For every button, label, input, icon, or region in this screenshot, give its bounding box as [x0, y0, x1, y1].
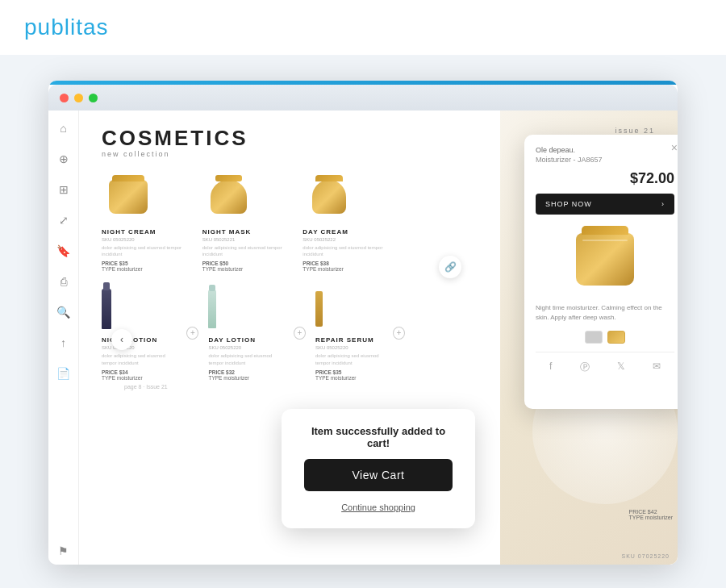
product-card-night-cream: NIGHT CREAM SKU 05025220 dolor adipisici…: [102, 171, 191, 273]
plus-btn-1[interactable]: +: [186, 327, 198, 340]
day-lotion-image-wrap: [208, 285, 216, 333]
sidebar-icon-resize[interactable]: ⤢: [56, 212, 72, 228]
night-mask-sku: SKU 05025221: [202, 237, 236, 242]
product-card-day-cream: DAY CREAM SKU 05025222 dolor adipisicing…: [302, 171, 392, 273]
catalog-subtitle: new collection: [102, 150, 248, 158]
sidebar-icon-bookmark[interactable]: 🔖: [56, 243, 72, 259]
social-pinterest-icon[interactable]: Ⓟ: [580, 361, 590, 374]
view-cart-button[interactable]: View Cart: [304, 459, 453, 491]
night-mask-desc: dolor adipisicing sed eiusmod tempor inc…: [202, 244, 292, 258]
panel-description: Night time moisturizer. Calming effect o…: [536, 303, 674, 323]
day-lotion-desc: dolor adipisicing sed eiusmod tempor inc…: [208, 352, 283, 366]
social-twitter-icon[interactable]: 𝕏: [617, 361, 625, 374]
panel-close-button[interactable]: ×: [671, 141, 678, 154]
repair-serum-type: TYPE moisturizer: [315, 375, 357, 381]
repair-serum-image-wrap: [315, 285, 323, 333]
jar-round-icon: [211, 180, 247, 214]
shop-now-arrow: ›: [661, 200, 665, 208]
right-image-sku: SKU 07025220: [622, 553, 670, 559]
sidebar-icon-document[interactable]: 📄: [56, 365, 72, 382]
night-lotion-image-wrap: [102, 285, 111, 333]
continue-shopping-link[interactable]: Continue shopping: [341, 503, 415, 512]
night-mask-name: NIGHT MASK: [202, 228, 252, 236]
night-cream-image: [102, 171, 154, 223]
product-detail-panel: × Ole depeau. Moisturizer - JA8657 $72.0…: [524, 135, 678, 409]
cart-notification-message: Item successfully added to cart!: [304, 425, 453, 449]
sidebar-icon-print[interactable]: ⎙: [56, 273, 72, 290]
shop-now-button[interactable]: SHOP NOW ›: [536, 194, 674, 215]
night-lotion-price: PRICE $34: [102, 369, 128, 375]
day-lotion-type: TYPE moisturizer: [208, 375, 249, 381]
browser-dot-red[interactable]: [60, 94, 69, 102]
day-cream-desc: dolor adipisicing sed eiusmod tempor inc…: [302, 244, 392, 258]
night-mask-image: [202, 171, 255, 223]
product-grid-top: NIGHT CREAM SKU 05025220 dolor adipisici…: [102, 171, 392, 273]
jar-day-icon: [312, 180, 346, 214]
catalog-title-block: COSMETICS new collection: [102, 127, 248, 158]
sidebar-icon-search-page[interactable]: 🔍: [56, 304, 72, 320]
catalog-title: COSMETICS: [102, 127, 248, 150]
right-product-price: PRICE $42: [629, 509, 673, 515]
left-sidebar: ⌂ ⊕ ⊞ ⤢ 🔖 ⎙ 🔍 ↑ 📄 ⚑: [48, 111, 79, 565]
panel-jar-icon: [576, 233, 634, 286]
nav-arrow-left[interactable]: ‹: [111, 329, 132, 350]
night-cream-name: NIGHT CREAM: [102, 228, 156, 236]
panel-dot-2[interactable]: [607, 331, 625, 344]
sidebar-icon-share[interactable]: ↑: [56, 335, 72, 351]
right-product-info: PRICE $42 TYPE moisturizer: [629, 509, 673, 520]
repair-serum-name: REPAIR SERUM: [315, 336, 374, 344]
bottle-dark-icon: [102, 289, 111, 329]
product-card-night-mask: NIGHT MASK SKU 05025221 dolor adipisicin…: [202, 171, 292, 273]
link-icon[interactable]: 🔗: [439, 256, 461, 278]
night-mask-type: TYPE moisturizer: [202, 266, 244, 272]
panel-price: $72.00: [536, 170, 674, 187]
night-cream-type: TYPE moisturizer: [102, 266, 143, 272]
day-cream-name: DAY CREAM: [302, 228, 348, 236]
browser-window: ⌂ ⊕ ⊞ ⤢ 🔖 ⎙ 🔍 ↑ 📄 ⚑ ‹ › PRICE $42 TYPE m…: [48, 81, 678, 565]
plus-btn-2[interactable]: +: [294, 327, 306, 340]
panel-dot-1[interactable]: [585, 331, 603, 344]
panel-thumbnail-dots: [536, 331, 674, 344]
day-cream-image: [302, 171, 355, 223]
panel-product-image: [569, 223, 641, 295]
night-lotion-desc: dolor adipisicing sed eiusmod tempor inc…: [102, 352, 177, 366]
logo-text: publitas: [24, 15, 109, 40]
sidebar-icon-grid[interactable]: ⊞: [56, 181, 72, 198]
catalog-issue: issue 21: [586, 127, 655, 135]
day-cream-price: PRICE $38: [302, 261, 329, 266]
cart-notification: Item successfully added to cart! View Ca…: [282, 409, 475, 528]
shop-now-label: SHOP NOW: [545, 200, 592, 208]
panel-social-bar: f Ⓟ 𝕏 ✉: [536, 352, 674, 374]
day-lotion-name: DAY LOTION: [208, 336, 255, 344]
repair-serum-price: PRICE $35: [315, 369, 342, 375]
night-cream-desc: dolor adipisicing sed eiusmod tempor inc…: [102, 244, 191, 258]
browser-chrome: [48, 85, 678, 111]
browser-dot-green[interactable]: [89, 94, 98, 102]
right-product-type: TYPE moisturizer: [629, 515, 673, 520]
sidebar-icon-flag[interactable]: ⚑: [56, 543, 72, 559]
repair-serum-sku: SKU 05025220: [315, 345, 348, 350]
bottle-gold-icon: [315, 291, 323, 327]
day-lotion-price: PRICE $32: [208, 369, 235, 375]
day-cream-type: TYPE moisturizer: [302, 266, 344, 272]
product-card-repair-serum: REPAIR SERUM SKU 05025220 dolor adipisic…: [315, 285, 383, 381]
sidebar-icon-search-zoom[interactable]: ⊕: [56, 151, 72, 167]
logo: publitas: [24, 15, 109, 40]
night-cream-price: PRICE $35: [102, 261, 128, 266]
browser-dot-yellow[interactable]: [74, 94, 83, 102]
top-bar: publitas: [0, 0, 726, 55]
sidebar-icon-home[interactable]: ⌂: [56, 120, 72, 136]
social-facebook-icon[interactable]: f: [549, 361, 552, 374]
day-cream-sku: SKU 05025222: [302, 237, 336, 242]
product-row-bottom-wrap: NIGHT LOTION SKU 05025220 dolor adipisic…: [102, 285, 408, 381]
panel-product-name: Moisturizer - JA8657: [536, 156, 674, 164]
plus-btn-3[interactable]: +: [393, 327, 405, 340]
panel-brand: Ole depeau.: [536, 146, 674, 154]
night-cream-sku: SKU 05025220: [102, 237, 135, 242]
main-content: ‹ › PRICE $42 TYPE moisturizer SKU 07025…: [79, 111, 678, 565]
night-lotion-type: TYPE moisturizer: [102, 375, 143, 381]
social-email-icon[interactable]: ✉: [653, 361, 661, 374]
night-mask-price: PRICE $50: [202, 261, 229, 266]
jar-gold-icon: [109, 180, 148, 214]
bottle-clear-icon: [208, 290, 216, 328]
